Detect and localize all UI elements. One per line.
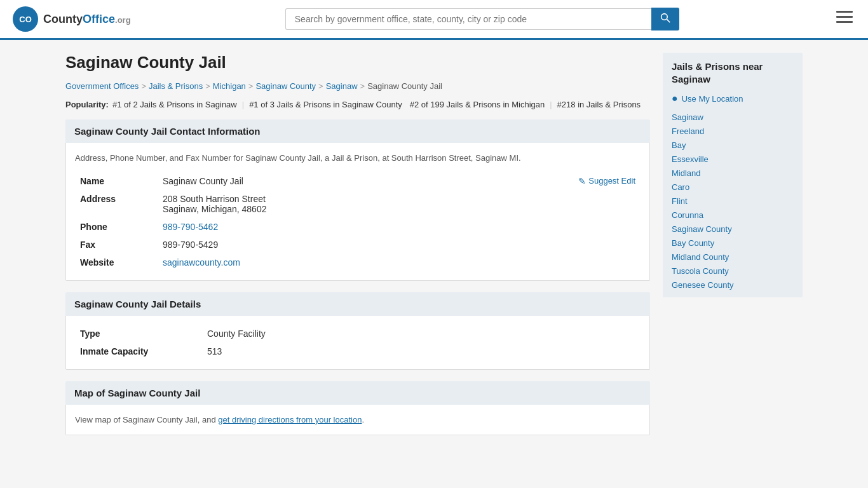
popularity-item-4: #218 in Jails & Prisons [557,100,641,109]
breadcrumb-current: Saginaw County Jail [367,81,442,91]
table-row: Name Saginaw County Jail ✎ Suggest Edit [75,172,641,190]
details-section-body: Type County Facility Inmate Capacity 513 [65,316,650,370]
hamburger-icon [836,11,853,24]
list-item: Essexville [672,154,794,164]
breadcrumb-sep-3: > [248,81,254,91]
breadcrumb-sep-1: > [141,81,146,91]
map-section-header: Map of Saginaw County Jail [65,381,650,405]
contact-description: Address, Phone Number, and Fax Number fo… [75,152,641,165]
fax-label: Fax [75,236,158,254]
address-label: Address [75,190,158,218]
details-table: Type County Facility Inmate Capacity 513 [75,325,641,360]
map-description: View map of Saginaw County Jail, and get… [75,414,641,426]
svg-line-3 [667,19,670,22]
sidebar-link-freeland[interactable]: Freeland [672,126,704,136]
search-area [285,8,679,30]
sidebar-links: Saginaw Freeland Bay Essexville Midland … [672,112,794,290]
table-row: Phone 989-790-5462 [75,218,641,236]
breadcrumb: Government Offices > Jails & Prisons > M… [65,81,650,91]
breadcrumb-sep-2: > [205,81,210,91]
table-row: Type County Facility [75,325,641,342]
sidebar-link-caro[interactable]: Caro [672,182,689,192]
fax-value: 989-790-5429 [158,236,641,254]
svg-point-2 [661,14,667,20]
table-row: Website saginawcounty.com [75,254,641,271]
address-line2: Saginaw, Michigan, 48602 [163,204,635,214]
svg-text:CO: CO [19,15,32,24]
popularity-label: Popularity: [65,100,109,109]
list-item: Tuscola County [672,266,794,276]
suggest-edit-link[interactable]: ✎ Suggest Edit [578,176,635,186]
table-row: Address 208 South Harrison Street Sagina… [75,190,641,218]
svg-rect-6 [836,21,853,23]
map-section-body: View map of Saginaw County Jail, and get… [65,405,650,436]
list-item: Freeland [672,126,794,136]
sidebar-box: Jails & Prisons near Saginaw ● Use My Lo… [663,53,803,297]
map-desc-end: . [362,415,364,424]
address-line1: 208 South Harrison Street [163,194,635,204]
sidebar-link-midland-county[interactable]: Midland County [672,252,729,262]
list-item: Flint [672,196,794,206]
contact-section-body: Address, Phone Number, and Fax Number fo… [65,143,650,281]
sidebar-link-essexville[interactable]: Essexville [672,154,709,164]
sidebar-link-tuscola-county[interactable]: Tuscola County [672,266,729,276]
sidebar-link-bay-county[interactable]: Bay County [672,238,714,248]
popularity-item-3: #2 of 199 Jails & Prisons in Michigan [410,100,545,109]
menu-icon[interactable] [834,8,855,30]
name-text: Saginaw County Jail [163,176,243,186]
suggest-edit-label: Suggest Edit [588,176,635,186]
logo-text: CountyOffice.org [43,13,131,26]
list-item: Bay County [672,238,794,248]
logo-icon: CO [13,6,38,32]
map-directions-link[interactable]: get driving directions from your locatio… [218,415,362,424]
type-value: County Facility [202,325,641,342]
breadcrumb-michigan[interactable]: Michigan [213,81,246,91]
type-label: Type [75,325,202,342]
table-row: Fax 989-790-5429 [75,236,641,254]
name-value: Saginaw County Jail ✎ Suggest Edit [158,172,641,190]
details-section-header: Saginaw County Jail Details [65,292,650,316]
breadcrumb-govt-offices[interactable]: Government Offices [65,81,139,91]
sidebar-link-genesee-county[interactable]: Genesee County [672,280,734,290]
breadcrumb-jails[interactable]: Jails & Prisons [149,81,203,91]
sidebar-link-midland[interactable]: Midland [672,168,701,178]
sidebar-link-saginaw[interactable]: Saginaw [672,112,703,122]
list-item: Midland [672,168,794,178]
sidebar-link-bay[interactable]: Bay [672,140,686,150]
list-item: Bay [672,140,794,150]
popularity-item-1: #1 of 2 Jails & Prisons in Saginaw [112,100,237,109]
search-button[interactable] [651,8,679,30]
location-dot-icon: ● [672,93,678,104]
map-desc-start: View map of Saginaw County Jail, and [75,415,218,424]
capacity-value: 513 [202,342,641,360]
breadcrumb-saginaw-county[interactable]: Saginaw County [255,81,316,91]
use-location-link[interactable]: Use My Location [682,94,743,104]
sidebar-title: Jails & Prisons near Saginaw [672,60,794,85]
svg-rect-4 [836,11,853,13]
suggest-edit-icon: ✎ [578,176,586,186]
sidebar-link-corunna[interactable]: Corunna [672,210,703,220]
logo[interactable]: CO CountyOffice.org [13,6,131,32]
sidebar: Jails & Prisons near Saginaw ● Use My Lo… [663,53,803,447]
sidebar-link-flint[interactable]: Flint [672,196,688,206]
list-item: Saginaw County [672,224,794,234]
website-link[interactable]: saginawcounty.com [163,257,240,268]
search-icon [660,13,670,23]
page-title: Saginaw County Jail [65,53,650,72]
contact-section-header: Saginaw County Jail Contact Information [65,119,650,143]
sidebar-use-location: ● Use My Location [672,93,794,104]
main-content: Saginaw County Jail Government Offices >… [65,53,650,447]
breadcrumb-sep-4: > [318,81,323,91]
sidebar-link-saginaw-county[interactable]: Saginaw County [672,224,732,234]
svg-rect-5 [836,16,853,18]
name-label: Name [75,172,158,190]
logo-svg: CO [17,10,34,28]
list-item: Midland County [672,252,794,262]
popularity: Popularity: #1 of 2 Jails & Prisons in S… [65,100,650,109]
address-value: 208 South Harrison Street Saginaw, Michi… [158,190,641,218]
list-item: Caro [672,182,794,192]
breadcrumb-saginaw[interactable]: Saginaw [326,81,358,91]
phone-label: Phone [75,218,158,236]
search-input[interactable] [285,8,651,30]
phone-link[interactable]: 989-790-5462 [163,222,218,232]
